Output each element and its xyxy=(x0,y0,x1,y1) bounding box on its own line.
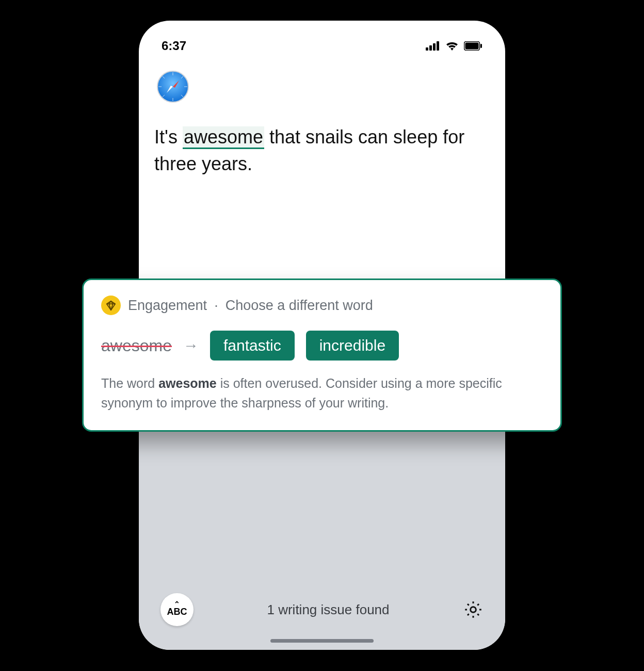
card-category: Engagement xyxy=(128,298,207,314)
chevron-up-icon: ⌃ xyxy=(174,602,180,606)
keyboard-area: ⌃ ABC 1 writing issue found xyxy=(139,428,505,650)
svg-point-18 xyxy=(471,607,476,613)
card-description: The word awesome is often overused. Cons… xyxy=(101,374,543,413)
cellular-icon xyxy=(426,41,440,51)
status-time: 6:37 xyxy=(162,39,186,53)
card-separator: · xyxy=(214,298,218,314)
safari-icon xyxy=(156,70,189,103)
svg-rect-5 xyxy=(465,43,479,50)
home-indicator[interactable] xyxy=(270,639,374,643)
svg-rect-6 xyxy=(480,44,482,48)
svg-rect-3 xyxy=(437,41,439,51)
battery-icon xyxy=(464,41,482,51)
keyboard-switch-button[interactable]: ⌃ ABC xyxy=(160,593,194,626)
status-bar: 6:37 xyxy=(139,21,505,57)
card-header: Engagement · Choose a different word xyxy=(101,296,543,315)
premium-badge-icon xyxy=(101,296,121,315)
abc-label: ABC xyxy=(167,607,187,617)
sentence-pre: It's xyxy=(154,126,183,148)
gear-icon xyxy=(463,599,484,620)
wifi-icon xyxy=(445,41,459,51)
svg-rect-0 xyxy=(426,47,428,51)
svg-rect-1 xyxy=(429,45,432,51)
phone-frame: 6:37 It's awesome th xyxy=(139,21,505,650)
suggestion-row: awesome → fantastic incredible xyxy=(101,331,543,361)
card-tip: Choose a different word xyxy=(226,298,373,314)
issues-summary[interactable]: 1 writing issue found xyxy=(267,602,389,618)
suggestion-card: Engagement · Choose a different word awe… xyxy=(82,279,562,432)
highlighted-word[interactable]: awesome xyxy=(183,126,264,149)
status-icons xyxy=(426,41,482,51)
svg-rect-2 xyxy=(433,43,436,51)
original-word: awesome xyxy=(101,336,172,355)
settings-button[interactable] xyxy=(463,599,484,620)
arrow-right-icon: → xyxy=(183,337,199,354)
suggestion-chip-1[interactable]: fantastic xyxy=(210,331,295,361)
suggestion-chip-2[interactable]: incredible xyxy=(306,331,399,361)
sentence[interactable]: It's awesome that snails can sleep for t… xyxy=(154,124,490,177)
